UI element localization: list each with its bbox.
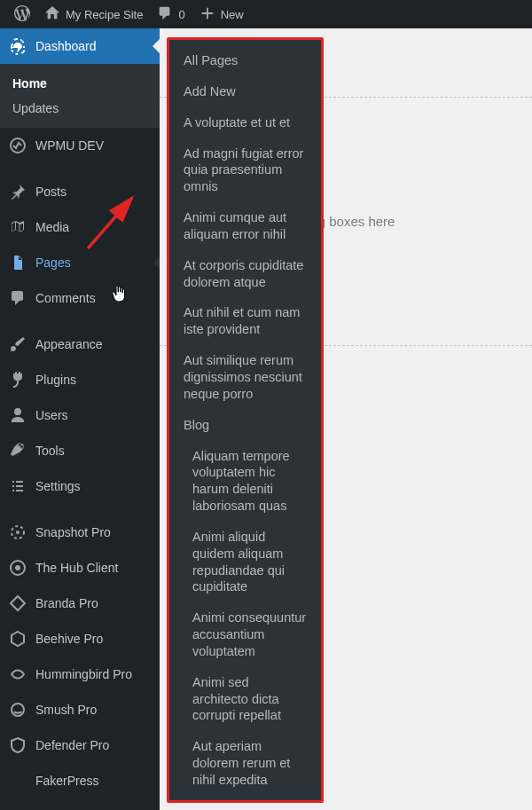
svg-point-4 bbox=[15, 565, 20, 570]
beehive-label: Beehive Pro bbox=[35, 632, 103, 646]
flyout-page-blog[interactable]: Blog bbox=[169, 410, 321, 441]
media-icon bbox=[9, 218, 27, 236]
pin-icon bbox=[9, 183, 27, 201]
wordpress-logo-icon bbox=[14, 5, 30, 24]
submenu-home[interactable]: Home bbox=[0, 71, 160, 96]
hubclient-label: The Hub Client bbox=[35, 561, 118, 575]
sidebar-item-appearance[interactable]: Appearance bbox=[0, 326, 160, 362]
sidebar-item-tools[interactable]: Tools bbox=[0, 433, 160, 468]
comment-bubble-icon bbox=[157, 5, 173, 24]
hummingbird-icon bbox=[9, 665, 27, 683]
hexagon-icon bbox=[9, 630, 27, 648]
flyout-page-item[interactable]: Animi cumque aut aliquam error nihil bbox=[169, 202, 321, 250]
sidebar-item-beehive[interactable]: Beehive Pro bbox=[0, 621, 160, 657]
flyout-page-item[interactable]: A voluptate et ut et bbox=[169, 107, 321, 138]
appearance-label: Appearance bbox=[35, 337, 103, 351]
comments-indicator[interactable]: 0 bbox=[150, 0, 192, 28]
empty-icon bbox=[9, 772, 27, 790]
branda-label: Branda Pro bbox=[35, 596, 98, 610]
sidebar-item-media[interactable]: Media bbox=[0, 209, 160, 245]
flyout-page-child[interactable]: Aut sint eos saepe bbox=[169, 796, 321, 803]
diamond-icon bbox=[9, 594, 27, 612]
dashboard-label: Dashboard bbox=[35, 39, 97, 53]
hummingbird-label: Hummingbird Pro bbox=[35, 667, 132, 681]
dashboard-icon bbox=[9, 37, 27, 55]
wpmudev-icon bbox=[9, 137, 27, 154]
settings-label: Settings bbox=[35, 479, 81, 493]
hub-icon bbox=[9, 559, 27, 577]
sidebar-item-settings[interactable]: Settings bbox=[0, 468, 160, 504]
sidebar-item-smush[interactable]: Smush Pro bbox=[0, 692, 160, 727]
snapshot-icon bbox=[9, 523, 27, 541]
site-name-text: My Recipe Site bbox=[66, 8, 143, 21]
users-label: Users bbox=[35, 408, 68, 422]
flyout-page-item[interactable]: Ad magni fugiat error quia praesentium o… bbox=[169, 138, 321, 203]
fakerpress-label: FakerPress bbox=[35, 774, 99, 788]
comment-icon bbox=[9, 289, 27, 307]
sidebar-item-fakerpress[interactable]: FakerPress bbox=[0, 763, 160, 798]
sidebar-item-posts[interactable]: Posts bbox=[0, 174, 160, 209]
comment-count: 0 bbox=[178, 8, 184, 21]
admin-sidebar: Dashboard Home Updates WPMU DEV Posts Me… bbox=[0, 28, 160, 810]
user-icon bbox=[9, 406, 27, 424]
sidebar-item-defender[interactable]: Defender Pro bbox=[0, 727, 160, 763]
home-icon bbox=[44, 5, 60, 24]
plug-icon bbox=[9, 371, 27, 389]
smush-icon bbox=[9, 701, 27, 719]
sidebar-item-branda[interactable]: Branda Pro bbox=[0, 586, 160, 621]
submenu-updates[interactable]: Updates bbox=[0, 96, 160, 121]
sliders-icon bbox=[9, 477, 27, 495]
site-name[interactable]: My Recipe Site bbox=[37, 0, 150, 28]
flyout-page-child[interactable]: Animi aliquid quidem aliquam repudiandae… bbox=[169, 522, 321, 602]
new-content-label: New bbox=[221, 8, 244, 21]
wp-logo[interactable] bbox=[7, 0, 37, 28]
plugins-label: Plugins bbox=[35, 373, 76, 387]
comments-label: Comments bbox=[35, 291, 96, 305]
sidebar-item-pages[interactable]: Pages bbox=[0, 245, 160, 280]
flyout-all-pages[interactable]: All Pages bbox=[169, 45, 321, 76]
new-content[interactable]: New bbox=[192, 0, 251, 28]
media-label: Media bbox=[35, 220, 69, 234]
sidebar-item-users[interactable]: Users bbox=[0, 397, 160, 433]
flyout-page-child[interactable]: Animi sed architecto dicta corrupti repe… bbox=[169, 667, 321, 732]
pages-label: Pages bbox=[35, 256, 71, 270]
page-icon bbox=[9, 254, 27, 271]
flyout-page-child[interactable]: Aut aperiam dolorem rerum et nihil exped… bbox=[169, 731, 321, 796]
wpmudev-label: WPMU DEV bbox=[35, 138, 104, 153]
flyout-add-new[interactable]: Add New bbox=[169, 76, 321, 107]
tools-label: Tools bbox=[35, 444, 65, 458]
smush-label: Smush Pro bbox=[35, 703, 97, 717]
sidebar-item-comments[interactable]: Comments bbox=[0, 280, 160, 316]
plus-icon bbox=[200, 5, 215, 24]
sidebar-item-wpmudev[interactable]: WPMU DEV bbox=[0, 128, 160, 163]
sidebar-item-hubclient[interactable]: The Hub Client bbox=[0, 550, 160, 586]
sidebar-item-hummingbird[interactable]: Hummingbird Pro bbox=[0, 657, 160, 692]
pages-flyout: All Pages Add New A voluptate et ut et A… bbox=[167, 37, 324, 803]
sidebar-item-plugins[interactable]: Plugins bbox=[0, 362, 160, 397]
brush-icon bbox=[9, 335, 27, 353]
svg-point-5 bbox=[12, 704, 24, 716]
flyout-page-item[interactable]: Aut similique rerum dignissimos nesciunt… bbox=[169, 345, 321, 410]
sidebar-item-dashboard[interactable]: Dashboard bbox=[0, 28, 160, 64]
dashboard-submenu: Home Updates bbox=[0, 64, 160, 128]
flyout-page-child[interactable]: Animi consequuntur accusantium voluptate… bbox=[169, 602, 321, 667]
posts-label: Posts bbox=[35, 185, 66, 199]
snapshot-label: Snapshot Pro bbox=[35, 525, 111, 539]
flyout-page-item[interactable]: Aut nihil et cum nam iste provident bbox=[169, 297, 321, 345]
flyout-page-child[interactable]: Aliquam tempore voluptatem hic harum del… bbox=[169, 441, 321, 522]
sidebar-item-snapshot[interactable]: Snapshot Pro bbox=[0, 515, 160, 550]
wrench-icon bbox=[9, 442, 27, 460]
shield-icon bbox=[9, 736, 27, 754]
flyout-page-item[interactable]: At corporis cupiditate dolorem atque bbox=[169, 250, 321, 298]
svg-point-2 bbox=[16, 531, 20, 534]
defender-label: Defender Pro bbox=[35, 738, 109, 752]
admin-bar: My Recipe Site 0 New bbox=[0, 0, 532, 28]
